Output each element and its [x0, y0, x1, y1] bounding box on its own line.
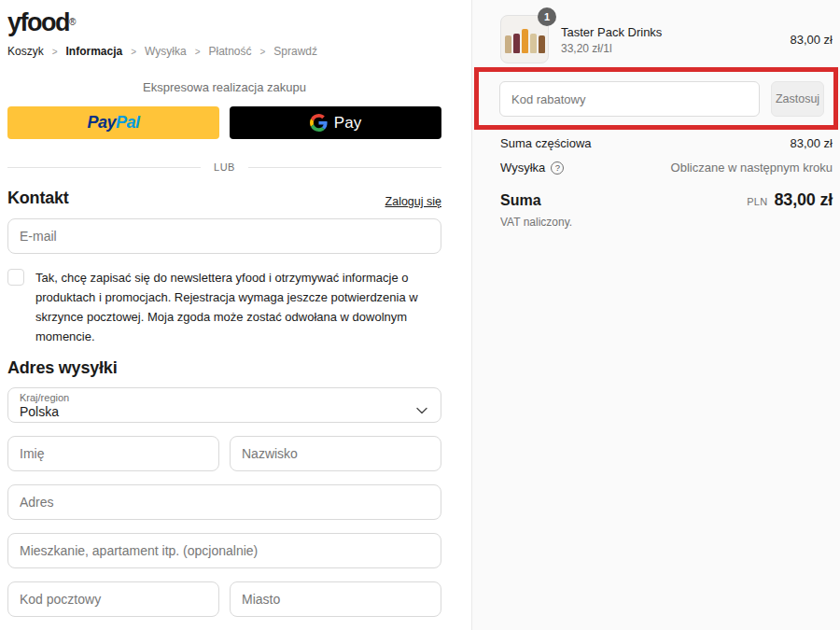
city-field[interactable] — [230, 581, 441, 617]
divider-label: LUB — [214, 161, 235, 173]
product-unit-price: 33,20 zł/1l — [561, 42, 790, 55]
contact-heading: Kontakt — [7, 189, 69, 208]
breadcrumb-sprawdz: Sprawdź — [273, 45, 317, 58]
paypal-button[interactable]: PayPal — [7, 106, 219, 139]
breadcrumb-separator-icon: > — [131, 47, 136, 57]
breadcrumb-separator-icon: > — [52, 47, 58, 57]
newsletter-checkbox[interactable] — [7, 269, 24, 286]
total-currency: PLN — [747, 196, 767, 207]
total-row: Suma PLN 83,00 zł — [500, 190, 833, 210]
registered-mark: ® — [69, 17, 76, 27]
breadcrumb-separator-icon: > — [195, 47, 201, 57]
shipping-label: Wysyłka — [500, 161, 545, 175]
order-summary-panel: 1 Taster Pack Drinks 33,20 zł/1l 83,00 z… — [471, 0, 840, 630]
contact-section-header: Kontakt Zaloguj się — [7, 189, 441, 208]
breadcrumb-wysylka: Wysyłka — [145, 45, 187, 58]
yfood-logo[interactable]: yfood® — [7, 9, 441, 35]
apartment-field[interactable] — [7, 533, 441, 568]
discount-code-row: Zastosuj — [499, 81, 824, 117]
newsletter-label: Tak, chcę zapisać się do newslettera yfo… — [35, 268, 441, 346]
discount-code-input[interactable] — [499, 81, 760, 117]
apply-discount-button[interactable]: Zastosuj — [771, 81, 824, 117]
checkout-page: yfood® Koszyk > Informacja > Wysyłka > P… — [0, 0, 840, 630]
breadcrumb-platnosc: Płatność — [208, 45, 251, 58]
product-price: 83,00 zł — [790, 33, 833, 47]
shipping-address-heading: Adres wysyłki — [7, 358, 117, 378]
country-select-value: Polska — [20, 404, 407, 419]
paypal-logo: PayPal — [87, 113, 139, 133]
total-value: 83,00 zł — [775, 190, 833, 210]
subtotal-row: Suma częściowa 83,00 zł — [500, 136, 833, 150]
or-divider: LUB — [7, 161, 441, 173]
country-select[interactable]: Kraj/region Polska — [7, 387, 441, 423]
country-select-label: Kraj/region — [20, 392, 407, 404]
subtotal-label: Suma częściowa — [500, 136, 592, 150]
checkout-main-column: yfood® Koszyk > Informacja > Wysyłka > P… — [0, 0, 471, 630]
quantity-badge: 1 — [538, 7, 556, 26]
express-checkout-title: Ekspresowa realizacja zakupu — [7, 80, 441, 94]
address-field[interactable] — [7, 484, 441, 520]
zip-city-row — [7, 581, 441, 617]
email-field[interactable] — [7, 218, 441, 254]
chevron-down-icon — [416, 401, 427, 418]
shipping-row: Wysyłka ? Obliczane w następnym kroku — [500, 161, 833, 175]
login-link[interactable]: Zaloguj się — [385, 195, 441, 208]
subtotal-value: 83,00 zł — [790, 136, 833, 150]
breadcrumb: Koszyk > Informacja > Wysyłka > Płatność… — [7, 45, 441, 58]
google-pay-button[interactable]: Pay — [230, 106, 441, 139]
breadcrumb-koszyk[interactable]: Koszyk — [7, 45, 44, 58]
cart-line-item: 1 Taster Pack Drinks 33,20 zł/1l 83,00 z… — [500, 15, 833, 63]
last-name-field[interactable] — [230, 436, 441, 471]
shipping-help-icon[interactable]: ? — [551, 161, 564, 175]
shipping-section-header: Adres wysyłki — [7, 358, 441, 378]
gpay-label: Pay — [334, 114, 361, 133]
divider-line — [248, 167, 441, 168]
first-name-field[interactable] — [7, 436, 219, 471]
product-name: Taster Pack Drinks — [561, 24, 790, 40]
breadcrumb-informacja: Informacja — [66, 45, 123, 58]
name-fields-row — [7, 436, 441, 471]
breadcrumb-separator-icon: > — [260, 47, 266, 57]
shipping-value: Obliczane w następnym kroku — [671, 161, 833, 175]
vat-note: VAT naliczony. — [500, 216, 572, 229]
divider-line — [7, 167, 201, 168]
total-label: Suma — [500, 192, 541, 209]
product-info: Taster Pack Drinks 33,20 zł/1l — [561, 24, 790, 55]
logo-text: yfood — [7, 8, 69, 36]
express-payment-buttons: PayPal Pay — [7, 106, 441, 139]
newsletter-optin-row: Tak, chcę zapisać się do newslettera yfo… — [7, 268, 441, 346]
product-thumbnail: 1 — [500, 15, 549, 63]
google-g-icon — [310, 114, 328, 132]
zip-code-field[interactable] — [7, 581, 219, 617]
